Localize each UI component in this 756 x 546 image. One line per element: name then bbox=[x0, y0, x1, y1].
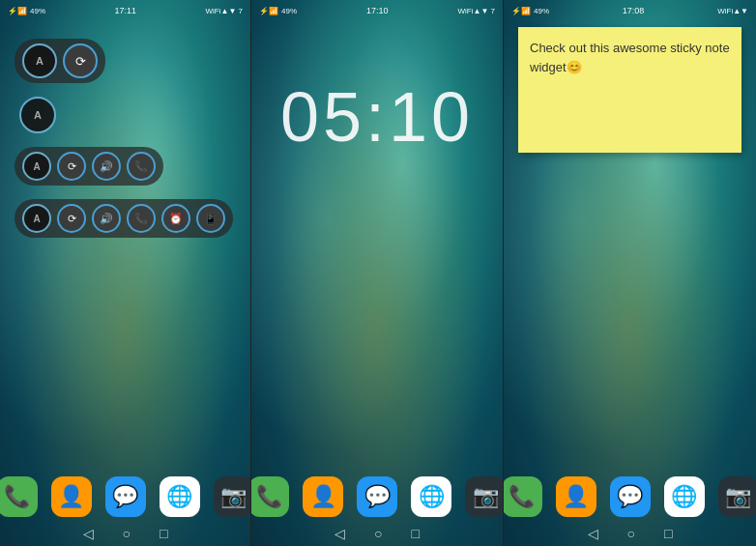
wifi-icon-3: WiFi▲▼ bbox=[717, 7, 748, 15]
widget-row-3: A ⟳ 🔊 📞 bbox=[15, 147, 163, 186]
widget-icon-volume1[interactable]: 🔊 bbox=[92, 152, 121, 181]
dock-contacts-3[interactable]: 👤 bbox=[556, 476, 596, 517]
sticky-note[interactable]: Check out this awesome sticky note widge… bbox=[518, 27, 741, 153]
widget-row-2-wrap: A bbox=[15, 97, 233, 133]
widget-icon-a4[interactable]: A bbox=[22, 204, 51, 233]
dock-phone-1[interactable]: 📞 bbox=[0, 476, 38, 517]
dock-chrome-2[interactable]: 🌐 bbox=[411, 476, 451, 517]
sticky-note-text: Check out this awesome sticky note widge… bbox=[530, 41, 730, 74]
phone-icon-1: 📞 bbox=[4, 484, 30, 509]
home-btn-3[interactable]: ○ bbox=[627, 526, 635, 541]
status-bar-1: ⚡📶 49% 17:11 WiFi▲▼ 7 bbox=[0, 0, 250, 21]
clock-display: 05:10 bbox=[251, 77, 503, 157]
widget-icon-phone1[interactable]: 📞 bbox=[127, 152, 156, 181]
time-3: 17:08 bbox=[623, 6, 645, 15]
widget-icon-phone2[interactable]: 📞 bbox=[127, 204, 156, 233]
widget-row-1: A ⟳ bbox=[15, 39, 105, 83]
battery-2: 49% bbox=[281, 7, 297, 15]
recent-btn-3[interactable]: □ bbox=[664, 526, 672, 541]
dock-contacts-2[interactable]: 👤 bbox=[303, 476, 343, 517]
nav-bar-1: ◁ ○ □ bbox=[0, 526, 250, 541]
status-right-1: WiFi▲▼ 7 bbox=[205, 7, 243, 15]
back-btn-3[interactable]: ◁ bbox=[588, 526, 598, 541]
widget-icon-alarm1[interactable]: ⏰ bbox=[161, 204, 190, 233]
home-btn-2[interactable]: ○ bbox=[374, 526, 382, 541]
dock-camera-3[interactable]: 📷 bbox=[718, 476, 757, 517]
status-left-3: ⚡📶 49% bbox=[511, 7, 549, 15]
dock-camera-2[interactable]: 📷 bbox=[465, 476, 504, 517]
camera-icon-3: 📷 bbox=[725, 484, 751, 509]
screen2: ⚡📶 49% 17:10 WiFi▲▼ 7 05:10 📞 👤 💬 🌐 📷 ◁ … bbox=[251, 0, 504, 546]
widget-icon-a1[interactable]: A bbox=[22, 43, 57, 78]
battery-3: 49% bbox=[534, 7, 549, 15]
status-right-2: WiFi▲▼ 7 bbox=[457, 7, 495, 15]
screen3: ⚡📶 49% 17:08 WiFi▲▼ Check out this aweso… bbox=[504, 0, 756, 546]
dock-2: 📞 👤 💬 🌐 📷 bbox=[251, 476, 503, 517]
widget-icon-rotate2[interactable]: ⟳ bbox=[57, 152, 86, 181]
dock-1: 📞 👤 💬 🌐 📷 bbox=[0, 476, 250, 517]
widget-icon-rotate3[interactable]: ⟳ bbox=[57, 204, 86, 233]
camera-icon-1: 📷 bbox=[220, 484, 247, 509]
contacts-icon-1: 👤 bbox=[58, 484, 84, 509]
widget-icon-a3[interactable]: A bbox=[22, 152, 51, 181]
dock-messages-3[interactable]: 💬 bbox=[610, 476, 651, 517]
dock-camera-1[interactable]: 📷 bbox=[214, 476, 252, 517]
contacts-icon-2: 👤 bbox=[310, 484, 336, 509]
dock-3: 📞 👤 💬 🌐 📷 bbox=[504, 476, 756, 517]
messages-icon-3: 💬 bbox=[617, 484, 643, 509]
signal-icon-3: ⚡📶 bbox=[511, 7, 531, 15]
home-btn-1[interactable]: ○ bbox=[123, 526, 131, 541]
time-1: 17:11 bbox=[114, 6, 136, 15]
recent-btn-2[interactable]: □ bbox=[412, 526, 420, 541]
nav-bar-3: ◁ ○ □ bbox=[504, 526, 756, 541]
dock-phone-2[interactable]: 📞 bbox=[251, 476, 289, 517]
clock-text: 05:10 bbox=[280, 77, 474, 157]
widget-icon-rotate1[interactable]: ⟳ bbox=[63, 43, 98, 78]
widget-row-4: A ⟳ 🔊 📞 ⏰ 📱 bbox=[15, 199, 233, 238]
status-right-3: WiFi▲▼ bbox=[717, 7, 748, 15]
signal-icon-1: ⚡📶 bbox=[8, 7, 27, 15]
dock-messages-1[interactable]: 💬 bbox=[105, 476, 146, 517]
chrome-icon-3: 🌐 bbox=[671, 484, 697, 509]
messages-icon-2: 💬 bbox=[364, 484, 391, 509]
back-btn-2[interactable]: ◁ bbox=[334, 526, 345, 541]
dock-chrome-1[interactable]: 🌐 bbox=[160, 476, 200, 517]
chrome-icon-2: 🌐 bbox=[419, 484, 445, 509]
nav-bar-2: ◁ ○ □ bbox=[251, 526, 503, 541]
screen1: ⚡📶 49% 17:11 WiFi▲▼ 7 A ⟳ A A bbox=[0, 0, 251, 546]
status-left-2: ⚡📶 49% bbox=[259, 7, 297, 15]
wifi-icon-1: WiFi▲▼ 7 bbox=[205, 7, 243, 15]
time-2: 17:10 bbox=[366, 6, 389, 15]
widget-icon-a2[interactable]: A bbox=[19, 97, 56, 133]
back-btn-1[interactable]: ◁ bbox=[83, 526, 94, 541]
messages-icon-1: 💬 bbox=[112, 484, 138, 509]
dock-chrome-3[interactable]: 🌐 bbox=[664, 476, 705, 517]
status-bar-3: ⚡📶 49% 17:08 WiFi▲▼ bbox=[504, 0, 756, 21]
chrome-icon-1: 🌐 bbox=[166, 484, 192, 509]
status-bar-2: ⚡📶 49% 17:10 WiFi▲▼ 7 bbox=[251, 0, 503, 21]
battery-1: 49% bbox=[30, 7, 45, 15]
dock-phone-3[interactable]: 📞 bbox=[504, 476, 542, 517]
widget-icon-volume2[interactable]: 🔊 bbox=[92, 204, 121, 233]
signal-icon-2: ⚡📶 bbox=[259, 7, 278, 15]
status-left-1: ⚡📶 49% bbox=[8, 7, 45, 15]
contacts-icon-3: 👤 bbox=[563, 484, 589, 509]
dock-messages-2[interactable]: 💬 bbox=[357, 476, 397, 517]
widget-icon-device1[interactable]: 📱 bbox=[196, 204, 225, 233]
wifi-icon-2: WiFi▲▼ 7 bbox=[457, 7, 495, 15]
camera-icon-2: 📷 bbox=[473, 484, 499, 509]
dock-contacts-1[interactable]: 👤 bbox=[51, 476, 92, 517]
recent-btn-1[interactable]: □ bbox=[160, 526, 167, 541]
phone-icon-3: 📞 bbox=[509, 484, 535, 509]
phone-icon-2: 📞 bbox=[256, 484, 282, 509]
